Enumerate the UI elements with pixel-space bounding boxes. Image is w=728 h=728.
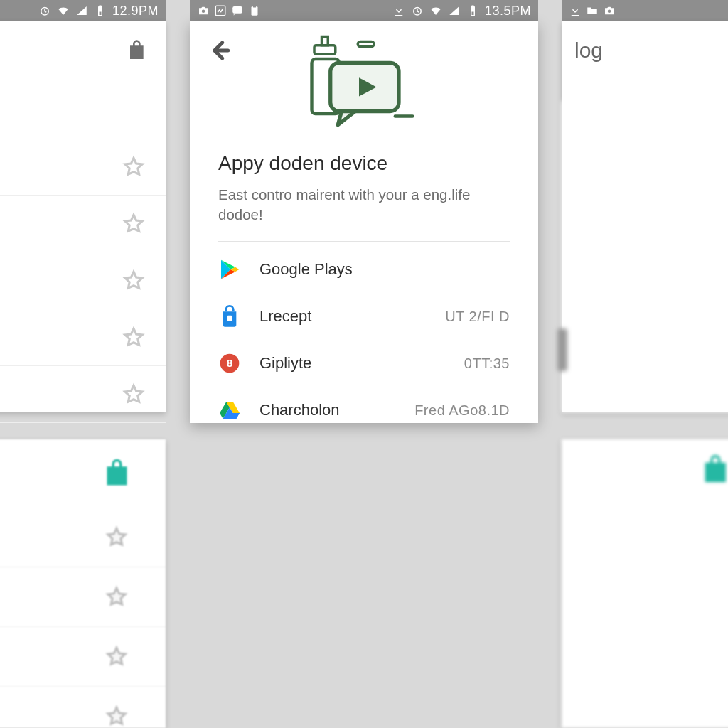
signal-icon [75, 4, 88, 17]
chart-icon [214, 4, 227, 17]
clock-text: 13.5PM [485, 4, 531, 18]
list-item[interactable] [0, 196, 166, 252]
app-name: Google Plays [259, 260, 353, 279]
app-row-gipliyte[interactable]: 8 Gipliyte 0TT:35 [218, 340, 510, 387]
chat-icon [231, 4, 244, 17]
svg-rect-4 [232, 6, 242, 14]
star-icon [105, 525, 129, 550]
bag-icon [105, 458, 134, 488]
signal-icon [448, 4, 461, 17]
bag-icon [702, 454, 728, 485]
app-meta: UT 2/FI D [445, 309, 510, 325]
app-row-google-play[interactable]: Google Plays [218, 246, 510, 293]
card-top-right: log [562, 21, 728, 412]
svg-rect-6 [253, 6, 257, 8]
card-top-left: Apps is devices [0, 21, 166, 412]
svg-rect-9 [322, 37, 328, 46]
apps-list: Google Plays Lrecept UT 2/FI D [190, 242, 538, 434]
list-item[interactable] [0, 309, 166, 366]
card-bottom-right [562, 439, 728, 728]
apps-list [0, 139, 166, 423]
camera-icon [197, 4, 210, 17]
drive-icon [218, 399, 241, 422]
phone-right: 13.5AM log [562, 0, 728, 412]
shopping-icon [218, 305, 241, 328]
clock-text: 12.9PM [112, 4, 159, 18]
svg-rect-19 [228, 316, 232, 321]
list-item[interactable] [0, 567, 166, 627]
app-name: Gipliyte [259, 354, 311, 373]
battery-icon [466, 4, 479, 17]
wifi-icon [57, 4, 70, 17]
status-bar: 12.9PM [0, 0, 166, 21]
onboarding-dialog: Appy doden device East contro mairent wi… [190, 21, 538, 423]
list-item[interactable] [0, 687, 166, 728]
list-item[interactable] [0, 252, 166, 309]
wifi-icon [429, 4, 442, 17]
tab-apps-devices[interactable]: Apps is devices [0, 80, 166, 124]
alarm-icon [411, 4, 424, 17]
app-name: Lrecept [259, 307, 311, 326]
battery-icon [94, 4, 107, 17]
hero-illustration [300, 34, 428, 134]
star-icon [122, 212, 146, 236]
app-row-charcholon[interactable]: Charcholon Fred AGo8.1D [218, 387, 510, 434]
star-icon [105, 645, 129, 669]
phone-left: 12.9PM Apps is devices [0, 0, 166, 412]
download-icon [569, 4, 582, 17]
dialog-title: Appy doden device [218, 152, 510, 175]
right-body-blur [562, 101, 728, 412]
app-bar [0, 21, 166, 80]
svg-rect-8 [314, 46, 336, 54]
svg-point-2 [202, 10, 205, 14]
google-plus-icon: 8 [218, 352, 241, 375]
list-item[interactable] [0, 139, 166, 196]
folder-icon [586, 4, 599, 17]
svg-point-1 [608, 10, 611, 14]
app-bar: log [562, 21, 728, 80]
app-name: Charcholon [259, 401, 340, 419]
phone-center: 13.5PM [190, 0, 538, 423]
card-bottom-left [0, 439, 166, 728]
smudge [557, 328, 567, 371]
star-icon [122, 155, 146, 179]
svg-rect-5 [252, 6, 258, 16]
status-bar: 13.5PM [190, 0, 538, 21]
star-icon [105, 585, 129, 609]
clipboard-icon [248, 4, 261, 17]
camera-icon [603, 4, 616, 17]
list-item[interactable] [0, 366, 166, 423]
back-button[interactable] [205, 37, 232, 64]
list-item[interactable] [0, 627, 166, 687]
page-title: log [574, 38, 603, 63]
download-icon [392, 4, 405, 17]
dialog-heading: Appy doden device East contro mairent wi… [190, 121, 538, 224]
app-row-lrecept[interactable]: Lrecept UT 2/FI D [218, 293, 510, 340]
status-bar: 13.5AM [562, 0, 728, 21]
svg-text:8: 8 [227, 358, 232, 369]
list-item[interactable] [0, 508, 166, 567]
star-icon [122, 269, 146, 293]
bag-icon [127, 39, 150, 62]
arrow-left-icon [205, 37, 232, 64]
star-icon [122, 326, 146, 350]
dialog-top [190, 21, 538, 121]
app-meta: Fred AGo8.1D [414, 402, 510, 419]
play-store-icon [218, 258, 241, 281]
dialog-subtitle: East contro mairent with your a eng.life… [218, 185, 510, 224]
star-icon [105, 705, 129, 729]
alarm-icon [38, 4, 51, 17]
app-meta: 0TT:35 [464, 355, 510, 372]
star-icon [122, 382, 146, 407]
svg-rect-10 [358, 42, 374, 47]
